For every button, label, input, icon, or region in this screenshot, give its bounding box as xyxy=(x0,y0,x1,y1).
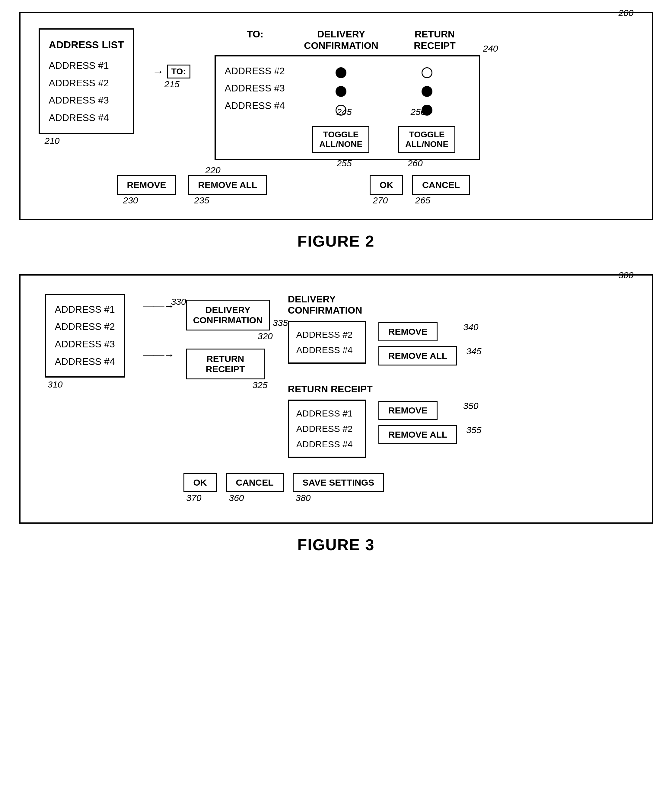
recipient-1[interactable]: ADDRESS #2 xyxy=(225,63,291,80)
recipients-col: ADDRESS #2 ADDRESS #3 ADDRESS #4 xyxy=(225,63,291,153)
remove-return-button[interactable]: REMOVE xyxy=(378,401,437,420)
figure2-diagram: 200 ADDRESS LIST ADDRESS #1 ADDRESS #2 A… xyxy=(19,12,653,220)
cancel-button-fig2[interactable]: CANCEL xyxy=(412,175,470,195)
return-remove-col: REMOVE 350 REMOVE ALL 355 xyxy=(378,401,457,444)
fig3-right-section: DELIVERY CONFIRMATION ADDRESS #2 ADDRESS… xyxy=(288,294,457,458)
ref-350: 350 xyxy=(463,401,478,411)
dot-filled-3 xyxy=(421,86,432,97)
recipient-2[interactable]: ADDRESS #3 xyxy=(225,80,291,97)
ok-button-fig3[interactable]: OK xyxy=(183,473,217,492)
ok-button-fig2[interactable]: OK xyxy=(370,175,403,195)
address-item-1[interactable]: ADDRESS #1 xyxy=(49,57,124,74)
ref-200: 200 xyxy=(618,8,633,18)
arrow-delivery-icon: ——→ xyxy=(143,300,174,312)
return-indicators: TOGGLE ALL/NONE xyxy=(391,63,463,153)
delivery-recipients-box: ADDRESS #2 ADDRESS #4 xyxy=(288,321,367,364)
figure3-label: FIGURE 3 xyxy=(297,536,375,554)
return-ind-1[interactable] xyxy=(421,65,432,80)
fig2-bottom-row: REMOVE 230 REMOVE ALL 235 OK 270 CANCEL … xyxy=(39,175,634,195)
figure2-label: FIGURE 2 xyxy=(297,232,375,250)
ref-265: 265 xyxy=(415,195,430,206)
recipient-3[interactable]: ADDRESS #4 xyxy=(225,97,291,115)
fig3-delivery-row: ——→ 330 DELIVERY CONFIRMATION 320 xyxy=(143,300,270,330)
ref-335: 335 xyxy=(273,318,288,328)
toggle-all-none-delivery[interactable]: TOGGLE ALL/NONE xyxy=(312,126,369,153)
address-item-2[interactable]: ADDRESS #2 xyxy=(49,74,124,92)
ref-320: 320 xyxy=(258,331,273,341)
return-receipt-button[interactable]: RETURN RECEIPT xyxy=(186,349,265,380)
address-item-4[interactable]: ADDRESS #4 xyxy=(49,109,124,127)
delivery-conf-button[interactable]: DELIVERY CONFIRMATION xyxy=(186,300,270,330)
ref-245: 245 xyxy=(337,107,352,117)
delivery-ind-1[interactable] xyxy=(336,65,346,80)
remove-all-return-button[interactable]: REMOVE ALL xyxy=(378,425,457,444)
remove-all-delivery-button[interactable]: REMOVE ALL xyxy=(378,346,457,365)
fig3-addr-2[interactable]: ADDRESS #2 xyxy=(55,318,115,336)
ref-300: 300 xyxy=(618,270,633,280)
ref-250: 250 xyxy=(411,107,426,117)
fig3-addr-4[interactable]: ADDRESS #4 xyxy=(55,353,115,371)
return-recip-1[interactable]: ADDRESS #1 xyxy=(296,405,358,421)
fig3-addr-1[interactable]: ADDRESS #1 xyxy=(55,301,115,318)
column-headers: TO: DELIVERY CONFIRMATION RETURN RECEIPT xyxy=(215,28,480,51)
address-item-3[interactable]: ADDRESS #3 xyxy=(49,92,124,109)
remove-all-button-fig2[interactable]: REMOVE ALL xyxy=(188,175,267,195)
ref-255: 255 xyxy=(337,158,352,169)
col-header-to: TO: xyxy=(215,28,293,51)
return-recip-3[interactable]: ADDRESS #4 xyxy=(296,436,358,452)
fig3-return-row: ——→ RETURN RECEIPT 325 xyxy=(143,349,270,380)
ref-230: 230 xyxy=(123,195,138,206)
cancel-button-fig3[interactable]: CANCEL xyxy=(226,473,284,492)
fig3-address-container: ADDRESS #1 ADDRESS #2 ADDRESS #3 ADDRESS… xyxy=(45,294,125,378)
dot-filled-2 xyxy=(336,86,346,97)
delivery-remove-col: REMOVE 340 REMOVE ALL 345 xyxy=(378,322,457,365)
page-container: 200 ADDRESS LIST ADDRESS #1 ADDRESS #2 A… xyxy=(18,12,654,554)
figure3-diagram: 300 ADDRESS #1 ADDRESS #2 ADDRESS #3 ADD… xyxy=(19,274,653,524)
ref-260: 260 xyxy=(408,158,423,169)
recipients-section: TO: DELIVERY CONFIRMATION RETURN RECEIPT… xyxy=(215,28,480,160)
figure3-section: 300 ADDRESS #1 ADDRESS #2 ADDRESS #3 ADD… xyxy=(18,274,654,554)
to-arrow-area: → TO: 215 xyxy=(153,64,190,79)
save-settings-button[interactable]: SAVE SETTINGS xyxy=(293,473,384,492)
delivery-group-title: DELIVERY CONFIRMATION xyxy=(288,294,457,316)
fig3-inner: ADDRESS #1 ADDRESS #2 ADDRESS #3 ADDRESS… xyxy=(45,294,628,458)
ref-220: 220 xyxy=(206,165,220,175)
delivery-group-row: ADDRESS #2 ADDRESS #4 335 REMOVE 340 xyxy=(288,321,457,365)
ref-360: 360 xyxy=(229,493,244,503)
address-list-box: ADDRESS LIST ADDRESS #1 ADDRESS #2 ADDRE… xyxy=(39,28,134,134)
delivery-ind-2[interactable] xyxy=(336,84,346,99)
return-ind-2[interactable] xyxy=(421,84,432,99)
return-recipients-box: ADDRESS #1 ADDRESS #2 ADDRESS #4 xyxy=(288,400,367,458)
return-recip-2[interactable]: ADDRESS #2 xyxy=(296,421,358,436)
ref-215: 215 xyxy=(164,79,180,89)
ref-330: 330 xyxy=(171,297,186,307)
arrow-right-icon: → xyxy=(153,65,164,78)
toggle-all-none-return[interactable]: TOGGLE ALL/NONE xyxy=(398,126,455,153)
ref-210: 210 xyxy=(45,136,60,146)
col-header-delivery: DELIVERY CONFIRMATION xyxy=(293,28,389,51)
fig3-address-list: ADDRESS #1 ADDRESS #2 ADDRESS #3 ADDRESS… xyxy=(45,294,125,378)
address-list-container: ADDRESS LIST ADDRESS #1 ADDRESS #2 ADDRE… xyxy=(39,28,134,134)
ref-370: 370 xyxy=(186,493,202,503)
ref-270: 270 xyxy=(373,195,388,206)
col-header-return: RETURN RECEIPT xyxy=(389,28,480,51)
dot-empty-2 xyxy=(421,67,432,78)
address-list-title: ADDRESS LIST xyxy=(49,35,124,54)
arrow-return-icon: ——→ xyxy=(143,349,174,361)
deliv-recip-2[interactable]: ADDRESS #4 xyxy=(296,342,358,358)
return-group-row: ADDRESS #1 ADDRESS #2 ADDRESS #4 REMOVE … xyxy=(288,400,457,458)
fig3-center-col: ——→ 330 DELIVERY CONFIRMATION 320 xyxy=(143,300,270,380)
ref-325: 325 xyxy=(252,380,268,390)
to-button[interactable]: TO: xyxy=(167,64,190,79)
return-group-title: RETURN RECEIPT xyxy=(288,384,457,395)
fig3-bottom-row: OK 370 CANCEL 360 SAVE SETTINGS 380 xyxy=(45,473,628,492)
fig3-delivery-group: DELIVERY CONFIRMATION ADDRESS #2 ADDRESS… xyxy=(288,294,457,365)
fig2-inner: ADDRESS LIST ADDRESS #1 ADDRESS #2 ADDRE… xyxy=(39,28,634,160)
remove-button-fig2[interactable]: REMOVE xyxy=(117,175,176,195)
ref-355: 355 xyxy=(466,425,481,435)
remove-delivery-button[interactable]: REMOVE xyxy=(378,322,437,341)
fig3-addr-3[interactable]: ADDRESS #3 xyxy=(55,336,115,353)
fig3-return-group: RETURN RECEIPT ADDRESS #1 ADDRESS #2 ADD… xyxy=(288,384,457,458)
ref-310: 310 xyxy=(48,380,63,390)
deliv-recip-1[interactable]: ADDRESS #2 xyxy=(296,327,358,342)
